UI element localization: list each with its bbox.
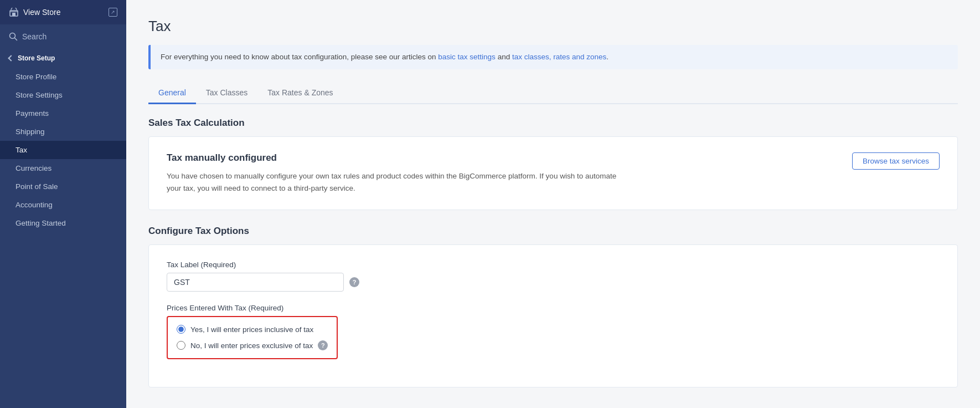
info-banner-prefix: For everything you need to know about ta… [161,53,438,61]
sidebar-item-store-profile[interactable]: Store Profile [0,68,126,86]
external-link-icon[interactable] [109,8,117,17]
page-title: Tax [148,18,958,35]
radio-exclusive-input[interactable] [177,341,185,350]
store-setup-section: Store Setup [0,49,126,64]
sidebar: View Store Search Store Setup Store Prof… [0,0,126,408]
search-icon [9,32,18,41]
store-setup-label: Store Setup [18,54,55,62]
radio-exclusive-option[interactable]: No, I will enter prices exclusive of tax… [177,340,328,350]
sidebar-nav: Store Profile Store Settings Payments Sh… [0,64,126,236]
info-banner-suffix: . [606,53,608,61]
store-setup-header[interactable]: Store Setup [9,54,117,62]
sidebar-item-payments[interactable]: Payments [0,104,126,123]
svg-rect-1 [12,13,16,16]
card-title: Tax manually configured [167,152,621,164]
tabs: General Tax Classes Tax Rates & Zones [148,83,958,104]
tax-manually-configured-card: Tax manually configured You have chosen … [148,136,958,210]
search-label: Search [22,32,47,41]
basic-tax-settings-link[interactable]: basic tax settings [438,53,496,61]
sidebar-item-point-of-sale[interactable]: Point of Sale [0,177,126,196]
tab-general[interactable]: General [148,83,196,104]
info-banner: For everything you need to know about ta… [148,45,958,69]
tax-label-input[interactable] [167,273,344,292]
prices-entered-radio-group: Yes, I will enter prices inclusive of ta… [167,316,338,359]
tax-label-group: Tax Label (Required) ? [167,261,940,292]
sidebar-top-bar[interactable]: View Store [0,0,126,24]
sidebar-item-store-settings[interactable]: Store Settings [0,86,126,104]
radio-inclusive-input[interactable] [177,325,185,334]
tab-tax-rates-zones[interactable]: Tax Rates & Zones [257,83,343,104]
configure-tax-heading: Configure Tax Options [148,226,958,237]
sidebar-item-getting-started[interactable]: Getting Started [0,214,126,232]
sidebar-item-shipping[interactable]: Shipping [0,123,126,141]
chevron-icon [8,55,14,61]
radio-exclusive-help-icon[interactable]: ? [318,340,328,350]
info-banner-middle: and [496,53,512,61]
browse-tax-services-button[interactable]: Browse tax services [852,152,940,170]
configure-tax-card: Tax Label (Required) ? Prices Entered Wi… [148,244,958,387]
tax-label-label: Tax Label (Required) [167,261,940,269]
sidebar-item-accounting[interactable]: Accounting [0,196,126,214]
card-left: Tax manually configured You have chosen … [167,152,621,194]
radio-inclusive-label: Yes, I will enter prices inclusive of ta… [190,325,313,334]
radio-exclusive-label: No, I will enter prices exclusive of tax [190,341,313,350]
sales-tax-heading: Sales Tax Calculation [148,118,958,129]
tab-tax-classes[interactable]: Tax Classes [196,83,257,104]
view-store-label: View Store [23,8,60,17]
svg-line-3 [15,38,17,40]
main-content: Tax For everything you need to know abou… [126,0,980,408]
card-header-row: Tax manually configured You have chosen … [167,152,940,194]
prices-entered-group: Prices Entered With Tax (Required) Yes, … [167,304,940,359]
sidebar-item-tax[interactable]: Tax [0,141,126,159]
tax-label-input-row: ? [167,273,940,292]
store-icon [9,7,19,17]
sidebar-item-currencies[interactable]: Currencies [0,159,126,177]
tax-label-help-icon[interactable]: ? [349,277,359,287]
radio-inclusive-option[interactable]: Yes, I will enter prices inclusive of ta… [177,325,328,334]
card-body-text: You have chosen to manually configure yo… [167,170,621,194]
prices-entered-label: Prices Entered With Tax (Required) [167,304,940,312]
tax-classes-rates-zones-link[interactable]: tax classes, rates and zones [512,53,606,61]
search-nav-item[interactable]: Search [0,24,126,49]
